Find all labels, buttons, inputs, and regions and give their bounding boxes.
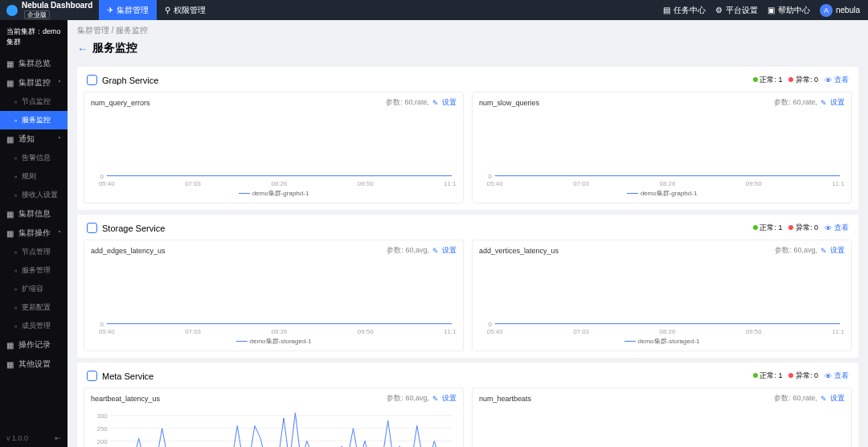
- edition-badge: 企业版: [24, 10, 50, 19]
- chart-plot: 0 05:4007:0308:2609:5011:13: [479, 111, 845, 187]
- chart-legend: demo集群-graphd-1: [91, 189, 457, 198]
- task-center[interactable]: ▤任务中心: [663, 5, 706, 16]
- settings-link[interactable]: 设置: [442, 97, 457, 108]
- sidebar-item[interactable]: ▫接收人设置: [0, 186, 68, 204]
- platform-settings[interactable]: ⚙平台设置: [715, 5, 758, 16]
- service-title: Meta Service: [102, 371, 154, 381]
- svg-text:05:40: 05:40: [487, 180, 503, 187]
- collapse-icon[interactable]: ⇤: [55, 434, 61, 442]
- main-content: 集群管理 / 服务监控 ← 服务监控 Graph Service 正常: 1 异…: [68, 20, 868, 447]
- edit-icon[interactable]: ✎: [432, 247, 439, 255]
- chart-title: num_heartbeats: [479, 395, 531, 403]
- item-icon: ▫: [14, 267, 17, 275]
- svg-text:250: 250: [97, 425, 108, 433]
- item-icon: ▫: [14, 248, 17, 256]
- sidebar: 当前集群：demo集群 ▦集群总览▦集群监控˄▫节点监控▫服务监控▦通知˄▫告警…: [0, 20, 68, 447]
- sidebar-group[interactable]: ▦集群总览: [0, 54, 68, 73]
- group-icon: ▦: [6, 229, 14, 238]
- chart-plot: 0 05:4007:0308:2609:5011:13: [91, 111, 457, 187]
- chart-title: add_vertices_latency_us: [479, 247, 559, 255]
- chart-card: num_query_errors 参数: 60,rate, ✎ 设置 0 05:…: [84, 92, 464, 203]
- version-label: v 1.0.0: [6, 434, 28, 442]
- chart-param: 参数: 60,rate,: [774, 97, 817, 108]
- chevron-icon: ˄: [58, 230, 61, 237]
- status-abnormal: 异常: 0: [788, 75, 818, 85]
- chevron-icon: ˄: [58, 136, 61, 143]
- group-icon: ▦: [6, 341, 14, 350]
- chart-plot: 0 05:4007:0308:2609:5011:13: [479, 407, 845, 447]
- settings-link[interactable]: 设置: [830, 393, 845, 404]
- chart-card: add_vertices_latency_us 参数: 60,avg, ✎ 设置…: [472, 240, 852, 351]
- svg-text:0: 0: [488, 321, 492, 328]
- sidebar-item[interactable]: ▫成员管理: [0, 317, 68, 335]
- chart-plot: 0 05:4007:0308:2609:5011:13: [91, 259, 457, 335]
- sidebar-group[interactable]: ▦集群监控˄: [0, 73, 68, 92]
- chart-card: num_heartbeats 参数: 60,rate, ✎ 设置 0 05:40…: [472, 388, 852, 447]
- group-icon: ▦: [6, 59, 14, 68]
- edit-icon[interactable]: ✎: [821, 99, 827, 107]
- sidebar-item[interactable]: ▫更新配置: [0, 298, 68, 317]
- item-icon: ▫: [14, 191, 17, 199]
- item-icon: ▫: [14, 117, 17, 125]
- svg-text:11:13: 11:13: [832, 328, 845, 335]
- sidebar-item[interactable]: ▫服务监控: [0, 111, 68, 129]
- sidebar-item[interactable]: ▫规则: [0, 167, 68, 186]
- svg-text:09:50: 09:50: [358, 180, 374, 187]
- sidebar-item[interactable]: ▫服务管理: [0, 261, 68, 280]
- settings-link[interactable]: 设置: [442, 393, 457, 404]
- user-icon: ⚲: [165, 6, 170, 14]
- status-normal: 正常: 1: [753, 75, 783, 85]
- sidebar-group[interactable]: ▦通知˄: [0, 129, 68, 149]
- user-menu[interactable]: Anebula: [820, 4, 860, 17]
- edit-icon[interactable]: ✎: [821, 247, 827, 255]
- sidebar-group[interactable]: ▦集群信息: [0, 204, 68, 224]
- chart-legend: demo集群-storaged-1: [479, 337, 845, 346]
- eye-icon: 👁: [825, 224, 832, 232]
- breadcrumb-a[interactable]: 集群管理: [77, 26, 109, 35]
- sidebar-group[interactable]: ▦集群操作˄: [0, 224, 68, 243]
- svg-text:05:40: 05:40: [99, 180, 115, 187]
- edit-icon[interactable]: ✎: [821, 395, 827, 403]
- current-cluster[interactable]: 当前集群：demo集群: [0, 20, 68, 54]
- sidebar-item[interactable]: ▫节点管理: [0, 243, 68, 261]
- chart-plot: 0 05:4007:0308:2609:5011:13: [479, 259, 845, 335]
- settings-link[interactable]: 设置: [830, 97, 845, 108]
- tab-perm-mgmt[interactable]: ⚲ 权限管理: [157, 0, 214, 20]
- sidebar-item[interactable]: ▫告警信息: [0, 149, 68, 167]
- help-center[interactable]: ▣帮助中心: [768, 5, 810, 16]
- svg-text:07:03: 07:03: [573, 328, 589, 335]
- service-panel: Graph Service 正常: 1 异常: 0 👁 查看 num_query…: [77, 67, 858, 210]
- sidebar-group[interactable]: ▦操作记录: [0, 335, 68, 355]
- svg-text:0: 0: [100, 173, 104, 180]
- chart-title: heartbeat_latency_us: [91, 395, 160, 403]
- edit-icon[interactable]: ✎: [432, 395, 439, 403]
- settings-link[interactable]: 设置: [830, 245, 845, 256]
- logo[interactable]: Nebula Dashboard 企业版: [0, 1, 99, 19]
- send-icon: ✈: [107, 6, 113, 14]
- sidebar-item[interactable]: ▫扩缩容: [0, 280, 68, 298]
- service-panel: Storage Service 正常: 1 异常: 0 👁 查看 add_edg…: [77, 215, 858, 358]
- view-button[interactable]: 👁 查看: [825, 223, 849, 233]
- breadcrumb-b: 服务监控: [116, 26, 148, 35]
- back-arrow-icon[interactable]: ←: [77, 43, 88, 55]
- view-button[interactable]: 👁 查看: [825, 371, 849, 381]
- eye-icon: 👁: [825, 372, 832, 380]
- gear-icon: ⚙: [715, 6, 723, 14]
- svg-text:05:40: 05:40: [99, 328, 115, 335]
- view-button[interactable]: 👁 查看: [825, 75, 849, 85]
- sidebar-group[interactable]: ▦其他设置: [0, 355, 68, 374]
- status-normal: 正常: 1: [753, 371, 783, 381]
- item-icon: ▫: [14, 98, 17, 106]
- chart-card: num_slow_queries 参数: 60,rate, ✎ 设置 0 05:…: [472, 92, 852, 203]
- item-icon: ▫: [14, 304, 17, 312]
- service-title: Storage Service: [102, 224, 165, 233]
- item-icon: ▫: [14, 154, 17, 162]
- settings-link[interactable]: 设置: [442, 245, 457, 256]
- service-icon: [87, 371, 97, 381]
- tab-cluster-mgmt[interactable]: ✈ 集群管理: [99, 0, 157, 20]
- edit-icon[interactable]: ✎: [432, 99, 439, 107]
- chart-param: 参数: 60,avg,: [387, 393, 429, 404]
- sidebar-item[interactable]: ▫节点监控: [0, 92, 68, 111]
- service-icon: [87, 223, 97, 233]
- item-icon: ▫: [14, 285, 17, 293]
